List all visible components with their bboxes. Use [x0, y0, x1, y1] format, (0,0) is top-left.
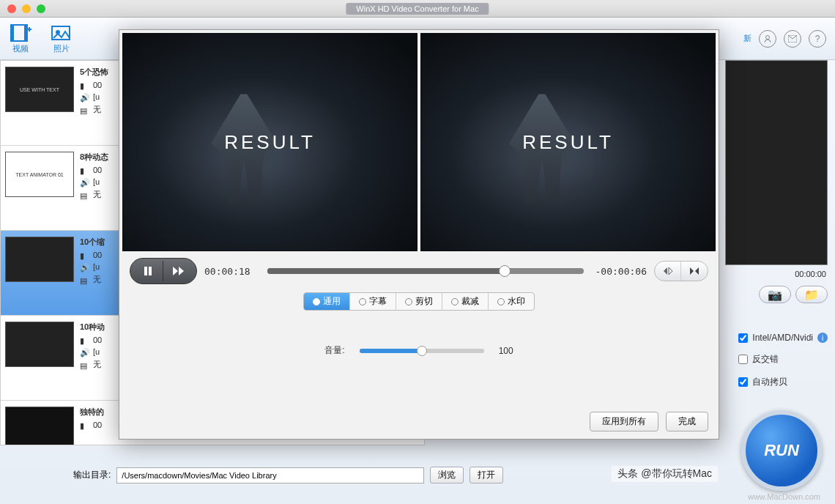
account-icon[interactable] [759, 30, 776, 48]
time-elapsed: 00:00:18 [204, 266, 260, 277]
playback-bar: 00:00:18 -00:00:06 [119, 254, 719, 288]
traffic-lights [0, 4, 45, 13]
zoom-window-icon[interactable] [37, 4, 45, 13]
watermark-text: 头条 @带你玩转Mac [612, 466, 718, 482]
preview-result: RESULT [420, 33, 716, 251]
seek-thumb-icon[interactable] [499, 265, 511, 277]
preview-thumbnail [725, 60, 828, 265]
mail-icon[interactable] [784, 30, 801, 48]
toolbar-right: 新 ? [743, 30, 826, 48]
radio-icon [405, 298, 412, 305]
folder-icon: 📁 [804, 288, 819, 302]
thumbnail [5, 407, 74, 445]
add-photo-button[interactable]: 照片 [50, 23, 73, 54]
svg-rect-8 [149, 267, 152, 275]
video-editor-dialog: RESULT RESULT 00:00:18 -00:00:06 [119, 29, 719, 440]
file-title: 独特的 [80, 407, 104, 418]
deinterlace-checkbox[interactable]: 反交错 [738, 353, 828, 366]
flip-vertical-button[interactable] [681, 262, 708, 281]
svg-rect-7 [144, 267, 147, 275]
browse-button[interactable]: 浏览 [430, 467, 464, 483]
snapshot-button[interactable]: 📷 [759, 286, 791, 303]
run-button[interactable]: RUN [741, 410, 822, 491]
volume-value: 100 [499, 346, 513, 356]
apply-all-button[interactable]: 应用到所有 [590, 412, 658, 431]
radio-icon [359, 298, 366, 305]
thumbnail [5, 322, 74, 367]
subtitle-icon: ▤ [80, 191, 89, 199]
watermark-url: www.MacDown.com [748, 492, 820, 501]
thumbnail: USE WITH TEXT [5, 67, 74, 112]
preview-original: RESULT [122, 33, 417, 251]
seek-slider[interactable] [267, 268, 584, 274]
radio-icon [497, 298, 505, 305]
slider-thumb-icon[interactable] [417, 346, 427, 356]
camera-icon: 📷 [768, 288, 782, 302]
done-button[interactable]: 完成 [666, 412, 708, 431]
file-title: 10个缩 [80, 237, 105, 248]
hwaccel-checkbox[interactable]: Intel/AMD/Nvidi i [738, 333, 828, 343]
window-titlebar: WinX HD Video Converter for Mac [0, 0, 835, 18]
minimize-window-icon[interactable] [22, 4, 31, 13]
pause-button[interactable] [133, 261, 163, 281]
thumbnail: TEXT ANIMATOR 01 [5, 152, 74, 197]
volume-label: 音量: [324, 344, 344, 357]
audio-icon: 🔊 [80, 93, 89, 100]
volume-slider[interactable] [360, 349, 484, 353]
film-icon: ▮ [80, 251, 89, 259]
preview-time: 00:00:00 [725, 265, 835, 283]
fast-forward-button[interactable] [163, 261, 194, 281]
thumbnail [5, 237, 74, 282]
file-title: 10种动 [80, 322, 105, 333]
subtitle-icon: ▤ [80, 276, 89, 284]
editor-tabs: 通用 字幕 剪切 裁减 水印 [119, 288, 719, 315]
film-plus-icon [9, 23, 32, 43]
svg-rect-2 [24, 25, 27, 41]
radio-icon [313, 298, 320, 305]
film-icon: ▮ [80, 421, 89, 429]
file-title: 8种动态 [80, 152, 108, 163]
add-photo-label: 照片 [53, 43, 70, 54]
add-video-label: 视频 [12, 43, 29, 54]
playback-controls [130, 258, 197, 284]
tab-subtitle[interactable]: 字幕 [350, 293, 396, 310]
toolbar-partial-text: 新 [743, 33, 752, 44]
film-icon: ▮ [80, 166, 89, 174]
open-button[interactable]: 打开 [470, 467, 503, 483]
add-video-button[interactable]: 视频 [9, 23, 32, 54]
svg-rect-1 [11, 25, 14, 41]
audio-icon: 🔊 [80, 263, 89, 270]
subtitle-icon: ▤ [80, 106, 89, 114]
flip-horizontal-button[interactable] [655, 262, 681, 281]
radio-icon [451, 298, 459, 305]
output-row: 输出目录: 浏览 打开 [73, 467, 503, 483]
info-icon[interactable]: i [817, 333, 828, 343]
window-title: WinX HD Video Converter for Mac [346, 3, 489, 15]
film-icon: ▮ [80, 81, 89, 89]
svg-point-5 [766, 35, 770, 39]
tab-general[interactable]: 通用 [304, 293, 350, 310]
photo-icon [50, 23, 73, 43]
tab-watermark[interactable]: 水印 [489, 293, 534, 310]
time-remaining: -00:00:06 [591, 266, 647, 277]
audio-icon: 🔊 [80, 178, 89, 185]
flip-controls [654, 261, 708, 281]
help-icon[interactable]: ? [809, 30, 826, 48]
file-title: 5个恐怖 [80, 67, 108, 78]
preview-compare: RESULT RESULT [119, 30, 719, 254]
film-icon: ▮ [80, 336, 89, 344]
dialog-footer: 应用到所有 完成 [590, 412, 708, 431]
tab-crop[interactable]: 裁减 [442, 293, 489, 310]
output-path-input[interactable] [116, 467, 424, 483]
subtitle-icon: ▤ [80, 361, 89, 368]
output-label: 输出目录: [73, 469, 111, 481]
audio-icon: 🔊 [80, 348, 89, 355]
encode-options: Intel/AMD/Nvidi i 反交错 自动拷贝 [738, 333, 828, 388]
close-window-icon[interactable] [7, 4, 16, 13]
tab-trim[interactable]: 剪切 [396, 293, 442, 310]
open-folder-button[interactable]: 📁 [795, 286, 828, 303]
tab-general-body: 音量: 100 [119, 315, 719, 386]
autocopy-checkbox[interactable]: 自动拷贝 [738, 376, 828, 388]
